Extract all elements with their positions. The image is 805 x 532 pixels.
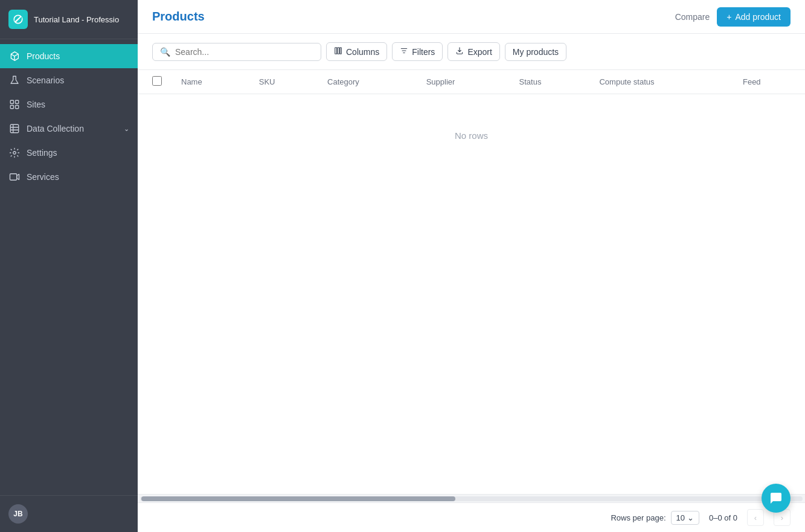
- select-all-checkbox[interactable]: [152, 76, 162, 86]
- search-box: 🔍: [152, 43, 321, 61]
- select-all-header: [138, 70, 172, 94]
- scroll-track: [140, 496, 803, 501]
- sidebar-item-products[interactable]: Products: [0, 44, 138, 68]
- gear-icon: [8, 147, 21, 159]
- add-product-label: Add product: [736, 12, 781, 22]
- sidebar-footer: JB: [0, 495, 138, 532]
- col-header-compute-status: Compute status: [589, 70, 733, 94]
- chat-fab-button[interactable]: [762, 484, 791, 513]
- my-products-button[interactable]: My products: [505, 43, 566, 61]
- table-header-row: Name SKU Category Supplier Status: [138, 70, 805, 94]
- table-footer: Rows per page: 10 ⌄ 0–0 of 0 ‹ ›: [138, 502, 805, 532]
- columns-label: Columns: [346, 47, 379, 57]
- rows-per-page-label: Rows per page:: [611, 513, 665, 522]
- empty-state-row: No rows: [138, 94, 805, 178]
- toolbar: 🔍 Columns Filters: [138, 34, 805, 70]
- empty-message: No rows: [138, 94, 805, 178]
- sidebar-item-label-products: Products: [27, 51, 129, 61]
- rows-per-page: Rows per page: 10 ⌄: [611, 511, 699, 525]
- svg-rect-2: [10, 106, 13, 109]
- compare-button[interactable]: Compare: [675, 12, 710, 22]
- table-container: Name SKU Category Supplier Status: [138, 70, 805, 494]
- prev-page-button[interactable]: ‹: [747, 509, 764, 526]
- svg-rect-1: [16, 100, 19, 103]
- add-product-button[interactable]: + Add product: [717, 7, 791, 27]
- columns-button[interactable]: Columns: [326, 42, 387, 61]
- box-icon: [8, 50, 21, 62]
- svg-rect-9: [340, 48, 341, 54]
- filter-icon: [400, 46, 408, 57]
- col-header-feed: Feed: [733, 70, 805, 94]
- sidebar-item-label-scenarios: Scenarios: [27, 75, 129, 85]
- sidebar-item-label-settings: Settings: [27, 148, 129, 158]
- export-button[interactable]: Export: [447, 42, 499, 61]
- export-icon: [455, 46, 464, 57]
- chevron-down-icon: ⌄: [124, 125, 129, 133]
- col-header-supplier: Supplier: [417, 70, 510, 94]
- horizontal-scrollbar[interactable]: [138, 494, 805, 502]
- search-input[interactable]: [175, 47, 313, 57]
- svg-point-5: [13, 152, 16, 155]
- main-header: Products Compare + Add product: [138, 0, 805, 34]
- sidebar-header: Tutorial Land - Professio: [0, 0, 138, 39]
- sidebar-item-settings[interactable]: Settings: [0, 141, 138, 165]
- flask-icon: [8, 74, 21, 86]
- col-header-sku: SKU: [249, 70, 318, 94]
- svg-rect-6: [10, 174, 17, 181]
- search-icon: 🔍: [160, 47, 170, 57]
- svg-rect-0: [10, 100, 13, 103]
- filters-button[interactable]: Filters: [392, 42, 443, 61]
- sidebar-item-services[interactable]: Services: [0, 165, 138, 189]
- page-title: Products: [152, 10, 675, 24]
- pagination-info: 0–0 of 0: [709, 513, 737, 522]
- video-icon: [8, 171, 21, 183]
- sidebar-item-scenarios[interactable]: Scenarios: [0, 68, 138, 92]
- sidebar-item-label-sites: Sites: [27, 100, 129, 109]
- grid-icon: [8, 98, 21, 111]
- app-logo: [8, 10, 28, 29]
- sidebar-item-data-collection[interactable]: Data Collection ⌄: [0, 117, 138, 141]
- sidebar-item-sites[interactable]: Sites: [0, 92, 138, 117]
- svg-rect-4: [10, 124, 19, 133]
- rows-per-page-value: 10: [676, 513, 685, 522]
- rows-per-page-select[interactable]: 10 ⌄: [671, 511, 699, 525]
- export-label: Export: [467, 47, 492, 57]
- col-header-name: Name: [172, 70, 249, 94]
- plus-icon: +: [726, 12, 731, 22]
- filters-label: Filters: [412, 47, 435, 57]
- sidebar-item-label-data-collection: Data Collection: [27, 124, 118, 133]
- products-table: Name SKU Category Supplier Status: [138, 70, 805, 177]
- sidebar: Tutorial Land - Professio Products Scena…: [0, 0, 138, 532]
- table-icon: [8, 123, 21, 135]
- columns-icon: [334, 46, 342, 57]
- sidebar-item-label-services: Services: [27, 172, 129, 182]
- app-name: Tutorial Land - Professio: [34, 15, 119, 24]
- user-avatar[interactable]: JB: [8, 504, 28, 524]
- svg-rect-3: [16, 106, 19, 109]
- main-content: Products Compare + Add product 🔍 Columns: [138, 0, 805, 532]
- sidebar-nav: Products Scenarios Sites: [0, 39, 138, 495]
- chevron-down-icon: ⌄: [687, 513, 694, 522]
- scroll-thumb: [141, 496, 455, 501]
- svg-rect-7: [335, 48, 337, 54]
- col-header-status: Status: [510, 70, 590, 94]
- svg-rect-8: [338, 48, 339, 54]
- col-header-category: Category: [318, 70, 417, 94]
